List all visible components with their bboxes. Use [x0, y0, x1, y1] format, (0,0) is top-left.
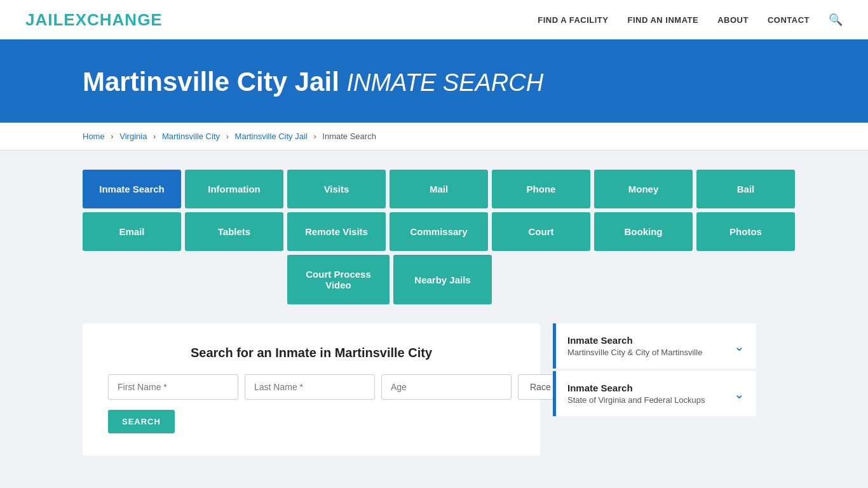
logo-exchange-text: EXCHANGE	[64, 10, 162, 29]
page-title-italic: INMATE SEARCH	[347, 69, 544, 96]
btn-inmate-search[interactable]: Inmate Search	[83, 170, 181, 208]
breadcrumb-jail[interactable]: Martinsville City Jail	[235, 132, 308, 141]
btn-information[interactable]: Information	[185, 170, 283, 208]
btn-mail[interactable]: Mail	[390, 170, 488, 208]
breadcrumb-virginia[interactable]: Virginia	[119, 132, 147, 141]
search-form-title: Search for an Inmate in Martinsville Cit…	[108, 346, 515, 360]
navigation-buttons: Inmate Search Information Visits Mail Ph…	[83, 170, 843, 304]
btn-court[interactable]: Court	[492, 212, 590, 251]
first-name-input[interactable]	[108, 374, 238, 400]
sidebar-card-local-title: Inmate Search	[567, 335, 702, 346]
search-form-container: Search for an Inmate in Martinsville Cit…	[83, 323, 540, 456]
search-icon[interactable]: 🔍	[829, 13, 843, 27]
search-button[interactable]: SEARCH	[108, 410, 175, 433]
breadcrumb-sep-4: ›	[313, 132, 316, 141]
btn-phone[interactable]: Phone	[492, 170, 590, 208]
logo-jail-text: JAIL	[25, 10, 64, 29]
sidebar-card-state-text: Inmate Search State of Virginia and Fede…	[567, 383, 705, 405]
sidebar-card-local[interactable]: Inmate Search Martinsville City & City o…	[553, 323, 756, 369]
sidebar-card-state[interactable]: Inmate Search State of Virginia and Fede…	[553, 371, 756, 416]
sidebar-card-local-text: Inmate Search Martinsville City & City o…	[567, 335, 702, 357]
btn-nearby-jails[interactable]: Nearby Jails	[393, 255, 492, 304]
btn-remote-visits[interactable]: Remote Visits	[287, 212, 386, 251]
content-area: Search for an Inmate in Martinsville Cit…	[83, 323, 843, 456]
breadcrumb-sep-1: ›	[111, 132, 113, 141]
sidebar-card-state-title: Inmate Search	[567, 383, 705, 393]
logo[interactable]: JAILEXCHANGE	[25, 10, 163, 30]
breadcrumb-home[interactable]: Home	[83, 132, 105, 141]
button-row-2: Email Tablets Remote Visits Commissary C…	[83, 212, 843, 251]
breadcrumb: Home › Virginia › Martinsville City › Ma…	[0, 123, 868, 151]
breadcrumb-sep-2: ›	[153, 132, 156, 141]
breadcrumb-city[interactable]: Martinsville City	[162, 132, 220, 141]
breadcrumb-current: Inmate Search	[322, 132, 376, 141]
sidebar-card-state-inner: Inmate Search State of Virginia and Fede…	[556, 371, 756, 416]
btn-visits[interactable]: Visits	[287, 170, 386, 208]
page-title: Martinsville City Jail INMATE SEARCH	[83, 67, 843, 97]
btn-email[interactable]: Email	[83, 212, 181, 251]
nav-about[interactable]: ABOUT	[717, 15, 749, 25]
nav-find-facility[interactable]: FIND A FACILITY	[538, 15, 608, 25]
btn-commissary[interactable]: Commissary	[390, 212, 488, 251]
hero-section: Martinsville City Jail INMATE SEARCH	[0, 41, 868, 123]
last-name-input[interactable]	[245, 374, 375, 400]
chevron-down-icon: ⌄	[734, 339, 745, 354]
sidebar-card-local-inner: Inmate Search Martinsville City & City o…	[556, 323, 756, 369]
sidebar-card-local-subtitle: Martinsville City & City of Martinsville	[567, 348, 702, 357]
main-nav: FIND A FACILITY FIND AN INMATE ABOUT CON…	[538, 13, 843, 27]
btn-photos[interactable]: Photos	[696, 212, 795, 251]
form-name-row: Race White Black Hispanic Asian Other	[108, 374, 515, 400]
btn-money[interactable]: Money	[594, 170, 693, 208]
nav-contact[interactable]: CONTACT	[768, 15, 810, 25]
page-title-main: Martinsville City Jail	[83, 67, 339, 97]
sidebar: Inmate Search Martinsville City & City o…	[553, 323, 756, 419]
nav-find-inmate[interactable]: FIND AN INMATE	[627, 15, 698, 25]
btn-bail[interactable]: Bail	[696, 170, 795, 208]
button-row-3: Court Process Video Nearby Jails	[287, 255, 843, 304]
btn-court-process-video[interactable]: Court Process Video	[287, 255, 390, 304]
main-content: Inmate Search Information Visits Mail Ph…	[0, 151, 868, 475]
sidebar-card-state-subtitle: State of Virginia and Federal Lockups	[567, 395, 705, 405]
chevron-down-icon-2: ⌄	[734, 386, 745, 402]
button-row-1: Inmate Search Information Visits Mail Ph…	[83, 170, 843, 208]
age-input[interactable]	[381, 374, 512, 400]
breadcrumb-sep-3: ›	[226, 132, 229, 141]
header: JAILEXCHANGE FIND A FACILITY FIND AN INM…	[0, 0, 868, 41]
btn-booking[interactable]: Booking	[594, 212, 693, 251]
btn-tablets[interactable]: Tablets	[185, 212, 283, 251]
